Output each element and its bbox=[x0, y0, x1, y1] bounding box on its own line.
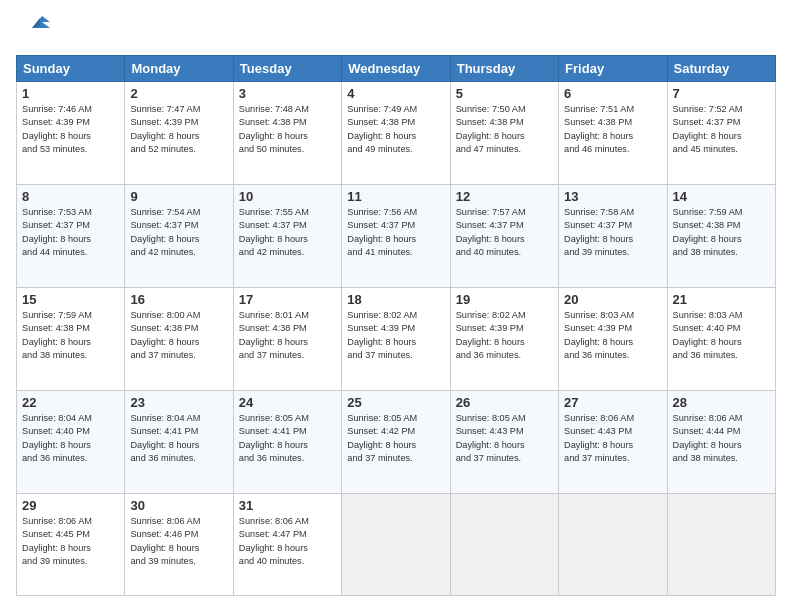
day-number: 27 bbox=[564, 395, 661, 410]
calendar-cell bbox=[559, 493, 667, 595]
day-number: 28 bbox=[673, 395, 770, 410]
day-info: Sunrise: 7:55 AM Sunset: 4:37 PM Dayligh… bbox=[239, 206, 336, 259]
calendar-cell: 8Sunrise: 7:53 AM Sunset: 4:37 PM Daylig… bbox=[17, 184, 125, 287]
calendar-cell: 17Sunrise: 8:01 AM Sunset: 4:38 PM Dayli… bbox=[233, 287, 341, 390]
calendar-cell: 7Sunrise: 7:52 AM Sunset: 4:37 PM Daylig… bbox=[667, 82, 775, 185]
day-info: Sunrise: 7:46 AM Sunset: 4:39 PM Dayligh… bbox=[22, 103, 119, 156]
day-number: 25 bbox=[347, 395, 444, 410]
calendar-table: SundayMondayTuesdayWednesdayThursdayFrid… bbox=[16, 55, 776, 596]
calendar-cell: 20Sunrise: 8:03 AM Sunset: 4:39 PM Dayli… bbox=[559, 287, 667, 390]
calendar-cell: 16Sunrise: 8:00 AM Sunset: 4:38 PM Dayli… bbox=[125, 287, 233, 390]
day-number: 7 bbox=[673, 86, 770, 101]
calendar-cell: 23Sunrise: 8:04 AM Sunset: 4:41 PM Dayli… bbox=[125, 390, 233, 493]
day-number: 1 bbox=[22, 86, 119, 101]
day-info: Sunrise: 8:03 AM Sunset: 4:39 PM Dayligh… bbox=[564, 309, 661, 362]
calendar-cell: 22Sunrise: 8:04 AM Sunset: 4:40 PM Dayli… bbox=[17, 390, 125, 493]
calendar-cell: 2Sunrise: 7:47 AM Sunset: 4:39 PM Daylig… bbox=[125, 82, 233, 185]
day-number: 10 bbox=[239, 189, 336, 204]
calendar-cell: 15Sunrise: 7:59 AM Sunset: 4:38 PM Dayli… bbox=[17, 287, 125, 390]
logo-bird-icon bbox=[22, 8, 52, 45]
day-info: Sunrise: 8:06 AM Sunset: 4:45 PM Dayligh… bbox=[22, 515, 119, 568]
day-number: 5 bbox=[456, 86, 553, 101]
day-number: 15 bbox=[22, 292, 119, 307]
calendar-cell: 3Sunrise: 7:48 AM Sunset: 4:38 PM Daylig… bbox=[233, 82, 341, 185]
weekday-header-row: SundayMondayTuesdayWednesdayThursdayFrid… bbox=[17, 56, 776, 82]
day-info: Sunrise: 8:06 AM Sunset: 4:47 PM Dayligh… bbox=[239, 515, 336, 568]
header bbox=[16, 16, 776, 45]
calendar-cell: 4Sunrise: 7:49 AM Sunset: 4:38 PM Daylig… bbox=[342, 82, 450, 185]
day-number: 20 bbox=[564, 292, 661, 307]
day-info: Sunrise: 7:50 AM Sunset: 4:38 PM Dayligh… bbox=[456, 103, 553, 156]
day-info: Sunrise: 7:48 AM Sunset: 4:38 PM Dayligh… bbox=[239, 103, 336, 156]
day-info: Sunrise: 7:47 AM Sunset: 4:39 PM Dayligh… bbox=[130, 103, 227, 156]
day-info: Sunrise: 8:04 AM Sunset: 4:41 PM Dayligh… bbox=[130, 412, 227, 465]
day-number: 12 bbox=[456, 189, 553, 204]
calendar-week-3: 15Sunrise: 7:59 AM Sunset: 4:38 PM Dayli… bbox=[17, 287, 776, 390]
day-info: Sunrise: 7:54 AM Sunset: 4:37 PM Dayligh… bbox=[130, 206, 227, 259]
calendar-cell: 5Sunrise: 7:50 AM Sunset: 4:38 PM Daylig… bbox=[450, 82, 558, 185]
day-info: Sunrise: 8:05 AM Sunset: 4:43 PM Dayligh… bbox=[456, 412, 553, 465]
day-info: Sunrise: 7:52 AM Sunset: 4:37 PM Dayligh… bbox=[673, 103, 770, 156]
logo bbox=[16, 16, 52, 45]
day-number: 16 bbox=[130, 292, 227, 307]
day-info: Sunrise: 7:53 AM Sunset: 4:37 PM Dayligh… bbox=[22, 206, 119, 259]
day-number: 11 bbox=[347, 189, 444, 204]
day-number: 19 bbox=[456, 292, 553, 307]
weekday-saturday: Saturday bbox=[667, 56, 775, 82]
day-number: 4 bbox=[347, 86, 444, 101]
calendar-cell: 28Sunrise: 8:06 AM Sunset: 4:44 PM Dayli… bbox=[667, 390, 775, 493]
day-info: Sunrise: 8:02 AM Sunset: 4:39 PM Dayligh… bbox=[347, 309, 444, 362]
day-info: Sunrise: 8:01 AM Sunset: 4:38 PM Dayligh… bbox=[239, 309, 336, 362]
day-number: 6 bbox=[564, 86, 661, 101]
day-info: Sunrise: 8:06 AM Sunset: 4:44 PM Dayligh… bbox=[673, 412, 770, 465]
calendar-week-4: 22Sunrise: 8:04 AM Sunset: 4:40 PM Dayli… bbox=[17, 390, 776, 493]
calendar-cell: 11Sunrise: 7:56 AM Sunset: 4:37 PM Dayli… bbox=[342, 184, 450, 287]
day-number: 13 bbox=[564, 189, 661, 204]
day-number: 17 bbox=[239, 292, 336, 307]
day-info: Sunrise: 8:05 AM Sunset: 4:42 PM Dayligh… bbox=[347, 412, 444, 465]
calendar-cell bbox=[450, 493, 558, 595]
day-info: Sunrise: 7:56 AM Sunset: 4:37 PM Dayligh… bbox=[347, 206, 444, 259]
calendar-week-1: 1Sunrise: 7:46 AM Sunset: 4:39 PM Daylig… bbox=[17, 82, 776, 185]
page: SundayMondayTuesdayWednesdayThursdayFrid… bbox=[0, 0, 792, 612]
day-number: 21 bbox=[673, 292, 770, 307]
calendar-cell: 29Sunrise: 8:06 AM Sunset: 4:45 PM Dayli… bbox=[17, 493, 125, 595]
calendar-cell: 12Sunrise: 7:57 AM Sunset: 4:37 PM Dayli… bbox=[450, 184, 558, 287]
calendar-cell: 10Sunrise: 7:55 AM Sunset: 4:37 PM Dayli… bbox=[233, 184, 341, 287]
day-info: Sunrise: 8:06 AM Sunset: 4:43 PM Dayligh… bbox=[564, 412, 661, 465]
day-number: 9 bbox=[130, 189, 227, 204]
calendar-cell: 24Sunrise: 8:05 AM Sunset: 4:41 PM Dayli… bbox=[233, 390, 341, 493]
weekday-friday: Friday bbox=[559, 56, 667, 82]
weekday-thursday: Thursday bbox=[450, 56, 558, 82]
calendar-week-2: 8Sunrise: 7:53 AM Sunset: 4:37 PM Daylig… bbox=[17, 184, 776, 287]
day-number: 26 bbox=[456, 395, 553, 410]
calendar-cell: 13Sunrise: 7:58 AM Sunset: 4:37 PM Dayli… bbox=[559, 184, 667, 287]
day-info: Sunrise: 7:58 AM Sunset: 4:37 PM Dayligh… bbox=[564, 206, 661, 259]
calendar-cell: 21Sunrise: 8:03 AM Sunset: 4:40 PM Dayli… bbox=[667, 287, 775, 390]
day-number: 22 bbox=[22, 395, 119, 410]
day-number: 18 bbox=[347, 292, 444, 307]
day-info: Sunrise: 8:05 AM Sunset: 4:41 PM Dayligh… bbox=[239, 412, 336, 465]
calendar-cell bbox=[342, 493, 450, 595]
day-info: Sunrise: 8:04 AM Sunset: 4:40 PM Dayligh… bbox=[22, 412, 119, 465]
day-number: 2 bbox=[130, 86, 227, 101]
day-info: Sunrise: 8:00 AM Sunset: 4:38 PM Dayligh… bbox=[130, 309, 227, 362]
day-info: Sunrise: 7:57 AM Sunset: 4:37 PM Dayligh… bbox=[456, 206, 553, 259]
day-info: Sunrise: 8:06 AM Sunset: 4:46 PM Dayligh… bbox=[130, 515, 227, 568]
day-info: Sunrise: 8:02 AM Sunset: 4:39 PM Dayligh… bbox=[456, 309, 553, 362]
day-info: Sunrise: 8:03 AM Sunset: 4:40 PM Dayligh… bbox=[673, 309, 770, 362]
day-number: 29 bbox=[22, 498, 119, 513]
calendar-cell: 9Sunrise: 7:54 AM Sunset: 4:37 PM Daylig… bbox=[125, 184, 233, 287]
calendar-cell: 1Sunrise: 7:46 AM Sunset: 4:39 PM Daylig… bbox=[17, 82, 125, 185]
calendar-cell: 26Sunrise: 8:05 AM Sunset: 4:43 PM Dayli… bbox=[450, 390, 558, 493]
day-number: 30 bbox=[130, 498, 227, 513]
day-info: Sunrise: 7:49 AM Sunset: 4:38 PM Dayligh… bbox=[347, 103, 444, 156]
calendar-cell: 6Sunrise: 7:51 AM Sunset: 4:38 PM Daylig… bbox=[559, 82, 667, 185]
day-number: 14 bbox=[673, 189, 770, 204]
day-number: 23 bbox=[130, 395, 227, 410]
day-number: 8 bbox=[22, 189, 119, 204]
day-number: 31 bbox=[239, 498, 336, 513]
weekday-monday: Monday bbox=[125, 56, 233, 82]
day-number: 24 bbox=[239, 395, 336, 410]
calendar-cell: 27Sunrise: 8:06 AM Sunset: 4:43 PM Dayli… bbox=[559, 390, 667, 493]
